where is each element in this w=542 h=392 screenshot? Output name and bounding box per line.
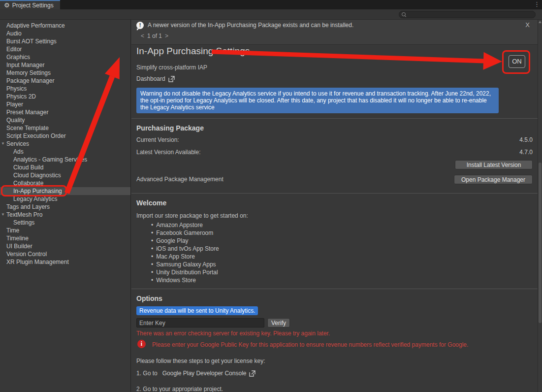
sidebar-item[interactable]: ▼ Preset Manager [0, 108, 130, 116]
sidebar-item[interactable]: ▼ Input Manager [0, 61, 130, 69]
sidebar-item[interactable]: ▼ TextMesh Pro [0, 211, 130, 219]
sidebar-item-label: Input Manager [6, 61, 44, 69]
sidebar-item[interactable]: ▼ Package Manager [0, 77, 130, 85]
foldout-arrow-icon[interactable]: ▼ [1, 211, 5, 219]
sidebar-item[interactable]: ▼ UI Builder [0, 242, 130, 250]
sidebar-item-label: Player [6, 100, 23, 108]
purchasing-package-heading: Purchasing Package [136, 124, 204, 132]
sidebar-item[interactable]: ▼ Editor [0, 45, 130, 53]
sidebar-item-label: In-App Purchasing [13, 187, 62, 195]
sidebar-item[interactable]: ▼ Legacy Analytics [0, 195, 130, 203]
sidebar-item-label: XR Plugin Management [6, 258, 69, 266]
sidebar-item[interactable]: ▼ Services [0, 140, 130, 148]
sidebar-item[interactable]: ▼ Adaptive Performance [0, 22, 130, 30]
external-link-icon [249, 370, 255, 377]
notification-close-button[interactable]: X [525, 21, 530, 29]
sidebar-item[interactable]: ▼ Memory Settings [0, 69, 130, 77]
sidebar-item[interactable]: ▼ Tags and Layers [0, 203, 130, 211]
notification-message: A newer version of the In-App Purchasing… [148, 22, 353, 29]
sidebar-item-label: Services [6, 140, 29, 148]
tab-project-settings[interactable]: ⚙ Project Settings [0, 0, 60, 9]
external-link-icon [168, 76, 175, 82]
revenue-analytics-note: Revenue data will be sent to Unity Analy… [136, 306, 258, 315]
sidebar-item[interactable]: ▼ Cloud Build [0, 163, 130, 171]
license-steps-intro: Please follow these steps to get your li… [136, 358, 265, 364]
sidebar-item[interactable]: ▼ Analytics - Gaming Services [0, 156, 130, 163]
welcome-intro: Import our store package to get started … [136, 212, 248, 219]
sidebar-item[interactable]: ▼ Cloud Diagnostics [0, 171, 130, 179]
store-list-item: Windows Store [151, 276, 219, 284]
sidebar-item-label: Burst AOT Settings [6, 37, 57, 45]
verify-button[interactable]: Verify [267, 318, 290, 327]
store-list-item: Mac App Store [151, 253, 219, 261]
sidebar-item[interactable]: ▼ XR Plugin Management [0, 258, 130, 266]
sidebar-item[interactable]: ▼ Physics [0, 85, 130, 93]
sidebar-item-label: Memory Settings [6, 69, 51, 77]
server-error-text: There was an error checking server for e… [136, 330, 330, 337]
gear-icon: ⚙ [4, 2, 10, 8]
store-list-item: Facebook Gameroom [151, 229, 219, 237]
vertical-scrollbar[interactable] [538, 20, 542, 392]
sidebar-item-label: Preset Manager [6, 108, 48, 116]
sidebar-item-label: Script Execution Order [6, 132, 66, 140]
sidebar-item-label: Audio [6, 30, 22, 37]
toolbar [0, 9, 542, 20]
version-row: Current Version: 4.5.0 [136, 136, 533, 149]
sidebar-item-label: TextMesh Pro [6, 211, 42, 219]
page-title: In-App Purchasing Settings [136, 46, 250, 57]
install-latest-version-button[interactable]: Install Latest Version [455, 160, 533, 169]
sidebar-item[interactable]: ▼ Settings [0, 219, 130, 227]
sidebar-item[interactable]: ▼ Quality [0, 116, 130, 124]
scrollbar-thumb[interactable] [539, 163, 542, 323]
sidebar-item[interactable]: ▼ Time [0, 227, 130, 234]
sidebar-item[interactable]: ▼ Scene Template [0, 124, 130, 132]
version-row: Latest Version Available: 4.7.0 [136, 149, 533, 161]
sidebar-item-label: Adaptive Performance [6, 22, 65, 30]
sidebar-item[interactable]: ▼ Collaborate [0, 179, 130, 187]
license-step-1: 1. Go to Google Play Developer Console [136, 370, 255, 377]
license-step-2: 2. Go to your appropriate project. [136, 386, 223, 392]
sidebar-item[interactable]: ▼ In-App Purchasing [0, 187, 130, 195]
version-value: 4.5.0 [519, 136, 533, 143]
sidebar-item-label: Settings [13, 219, 34, 227]
store-list-item: Unity Distribution Portal [151, 268, 219, 276]
window-titlebar: ⚙ Project Settings ⋮ [0, 0, 542, 9]
search-input[interactable] [406, 12, 533, 18]
dashboard-link[interactable]: Dashboard [136, 75, 175, 82]
sidebar-item-label: Cloud Diagnostics [13, 171, 61, 179]
sidebar-item[interactable]: ▼ Ads [0, 148, 130, 156]
sidebar-item[interactable]: ▼ Timeline [0, 234, 130, 242]
kebab-menu-icon[interactable]: ⋮ [534, 0, 540, 8]
sidebar-item-label: Scene Template [6, 124, 49, 132]
sidebar-item[interactable]: ▼ Burst AOT Settings [0, 37, 130, 45]
notification-pager: < 1 of 1 > [141, 33, 168, 39]
sidebar-item[interactable]: ▼ Script Execution Order [0, 132, 130, 140]
store-list-item: Amazon Appstore [151, 221, 219, 229]
sidebar-item[interactable]: ▼ Graphics [0, 53, 130, 61]
store-list-item: Google Play [151, 237, 219, 245]
pager-count: 1 of 1 [147, 33, 162, 39]
sidebar-item[interactable]: ▼ Player [0, 100, 130, 108]
sidebar-item-label: Legacy Analytics [13, 195, 57, 203]
welcome-heading: Welcome [136, 199, 166, 207]
store-list-item: Samsung Galaxy Apps [151, 261, 219, 268]
pager-prev-button[interactable]: < [141, 33, 144, 39]
advanced-package-management-label: Advanced Package Management [136, 176, 223, 183]
sidebar-item-label: Editor [6, 45, 22, 53]
service-toggle-on[interactable]: ON [509, 55, 525, 68]
sidebar-item[interactable]: ▼ Physics 2D [0, 93, 130, 100]
search-icon [402, 12, 406, 17]
sidebar-item[interactable]: ▼ Audio [0, 30, 130, 37]
foldout-arrow-icon[interactable]: ▼ [1, 140, 5, 148]
google-key-input[interactable] [136, 318, 264, 327]
google-play-console-link[interactable]: Google Play Developer Console [162, 370, 247, 377]
scrollbar-up-arrow-icon[interactable] [539, 21, 542, 23]
open-package-manager-button[interactable]: Open Package Manager [454, 175, 533, 184]
store-list-item: iOS and tvOs App Store [151, 245, 219, 253]
google-key-warning-text: Please enter your Google Public Key for … [152, 341, 531, 348]
search-box[interactable] [399, 11, 536, 18]
sidebar-item-label: Timeline [6, 234, 29, 242]
pager-next-button[interactable]: > [165, 33, 168, 39]
sidebar-item-label: Analytics - Gaming Services [13, 156, 87, 163]
sidebar-item[interactable]: ▼ Version Control [0, 250, 130, 258]
